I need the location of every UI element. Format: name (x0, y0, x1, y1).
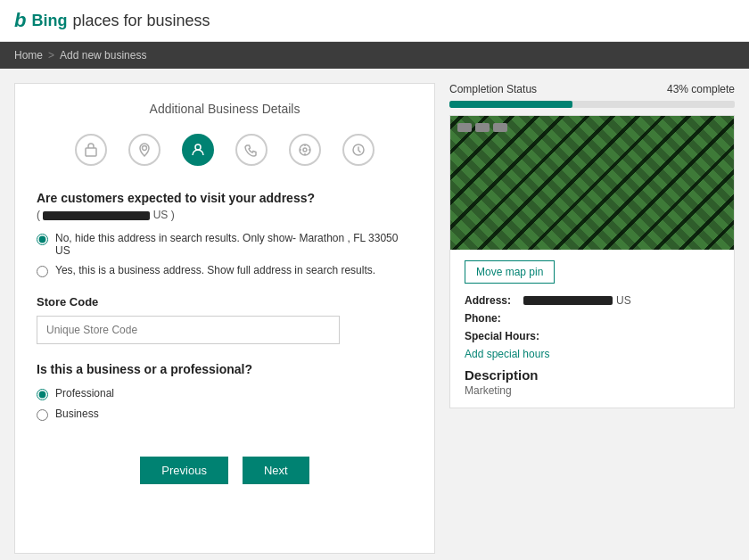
main-content: Additional Business Details (0, 69, 749, 560)
completion-fill (449, 101, 572, 108)
radio-yes-show-input[interactable] (37, 266, 48, 277)
radio-yes-show[interactable]: Yes, this is a business address. Show fu… (37, 264, 413, 277)
svg-point-4 (303, 148, 307, 152)
breadcrumb-home[interactable]: Home (14, 49, 43, 62)
step-icons (37, 134, 413, 166)
map-dot-2 (475, 123, 490, 132)
address-sub: ( US ) (37, 209, 413, 221)
address-row: Address: US (465, 294, 720, 307)
completion-section: Completion Status 43% complete (449, 83, 735, 108)
panel-title: Additional Business Details (37, 102, 413, 116)
map-card: Move map pin Address: US Phone: Special … (449, 115, 735, 408)
next-button[interactable]: Next (243, 457, 309, 484)
business-question: Is this a business or a professional? (37, 362, 413, 376)
radio-professional-label: Professional (55, 387, 114, 399)
svg-rect-0 (86, 148, 96, 156)
add-special-hours-link[interactable]: Add special hours (465, 348, 720, 360)
business-radio-group: Professional Business (37, 387, 413, 421)
step-icon-4[interactable] (235, 134, 268, 166)
app-title: places for business (72, 12, 210, 30)
bing-label: Bing (31, 12, 67, 30)
bing-logo-b: b (14, 9, 26, 32)
step-icon-3[interactable] (182, 134, 214, 166)
left-panel: Additional Business Details (14, 83, 435, 554)
description-label: Description (465, 367, 720, 383)
completion-percent: 43% complete (667, 83, 735, 95)
special-hours-label: Special Hours: (465, 330, 539, 342)
svg-point-1 (143, 146, 147, 151)
completion-header: Completion Status 43% complete (449, 83, 735, 95)
map-overlay (457, 123, 507, 132)
store-code-label: Store Code (37, 295, 413, 309)
breadcrumb: Home > Add new business (0, 42, 749, 69)
breadcrumb-separator: > (48, 49, 54, 62)
phone-row: Phone: (465, 312, 720, 325)
store-code-input[interactable] (37, 316, 340, 344)
completion-label: Completion Status (449, 83, 537, 95)
radio-yes-show-label: Yes, this is a business address. Show fu… (55, 264, 375, 276)
completion-track (449, 101, 735, 108)
address-label: Address: (465, 294, 518, 307)
address-value: US (523, 294, 631, 307)
phone-label: Phone: (465, 312, 518, 325)
map-thumbnail (450, 116, 734, 250)
map-dot-3 (493, 123, 507, 132)
radio-no-hide[interactable]: No, hide this address in search results.… (37, 232, 413, 257)
radio-business-label: Business (55, 408, 99, 420)
step-icon-1[interactable] (75, 134, 107, 166)
address-suffix: US (616, 294, 631, 307)
address-radio-group: No, hide this address in search results.… (37, 232, 413, 277)
move-map-pin-button[interactable]: Move map pin (465, 260, 555, 284)
svg-point-2 (195, 144, 201, 150)
map-dot-1 (457, 123, 472, 132)
right-panel: Completion Status 43% complete Move map … (449, 83, 735, 554)
radio-business[interactable]: Business (37, 408, 413, 421)
map-info: Move map pin Address: US Phone: Special … (450, 250, 734, 408)
breadcrumb-current: Add new business (60, 49, 146, 62)
radio-no-hide-input[interactable] (37, 234, 48, 245)
logo: b Bing places for business (14, 9, 210, 32)
description-value: Marketing (465, 384, 720, 397)
radio-no-hide-label: No, hide this address in search results.… (55, 232, 413, 257)
button-row: Previous Next (37, 457, 413, 484)
step-icon-2[interactable] (128, 134, 160, 166)
step-icon-6[interactable] (342, 134, 374, 166)
radio-business-input[interactable] (37, 409, 48, 421)
radio-professional[interactable]: Professional (37, 387, 413, 400)
header: b Bing places for business (0, 0, 749, 42)
previous-button[interactable]: Previous (140, 457, 228, 484)
step-icon-5[interactable] (289, 134, 321, 166)
satellite-image (450, 116, 734, 250)
special-hours-row: Special Hours: (465, 330, 720, 342)
radio-professional-input[interactable] (37, 389, 48, 400)
address-redacted (523, 296, 613, 305)
address-question: Are customers expected to visit your add… (37, 191, 413, 205)
